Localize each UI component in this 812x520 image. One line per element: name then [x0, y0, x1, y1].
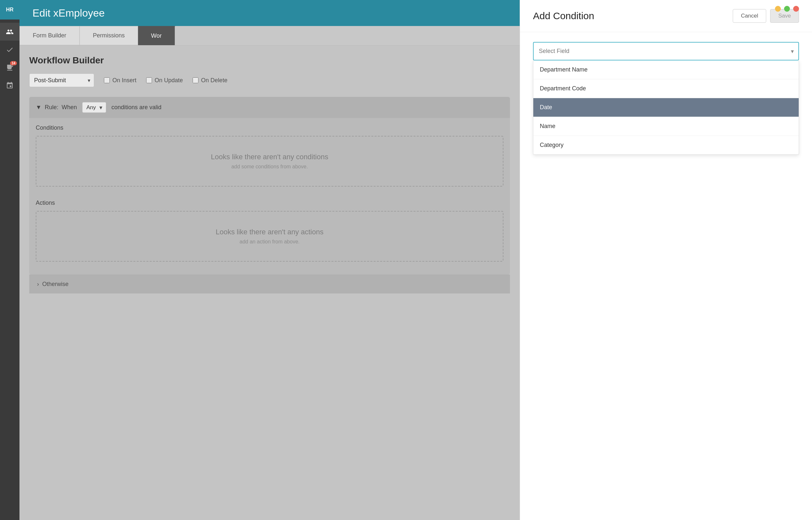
traffic-lights — [775, 6, 799, 12]
trigger-select[interactable]: Post-Submit — [29, 74, 94, 87]
people-icon — [6, 28, 13, 36]
sidebar-item-tasks[interactable] — [0, 41, 20, 58]
tab-form-builder[interactable]: Form Builder — [20, 26, 80, 45]
actions-section: Actions Looks like there aren't any acti… — [29, 200, 510, 275]
on-delete-label: On Delete — [201, 77, 227, 84]
on-insert-checkbox-group[interactable]: On Insert — [104, 77, 136, 84]
conditions-valid-label: conditions are valid — [111, 104, 162, 111]
conditions-empty-sub: add some conditions from above. — [43, 164, 496, 170]
conditions-empty-box: Looks like there aren't any conditions a… — [36, 136, 503, 186]
calendar-icon — [6, 82, 13, 89]
conditions-section: Conditions Looks like there aren't any c… — [29, 118, 510, 200]
on-insert-checkbox[interactable] — [104, 77, 110, 83]
dropdown-list: Department Name Department Code Date Nam… — [533, 60, 799, 155]
on-insert-label: On Insert — [112, 77, 136, 84]
panel-title: Add Condition — [533, 10, 594, 22]
condition-select[interactable]: Any All — [82, 102, 106, 113]
sidebar-item-calendar[interactable] — [0, 76, 20, 94]
dropdown-item-dept-name[interactable]: Department Name — [533, 60, 799, 79]
workflow-content: Workflow Builder Post-Submit ▾ On Insert… — [20, 46, 520, 520]
on-delete-checkbox-group[interactable]: On Delete — [193, 77, 227, 84]
actions-empty-title: Looks like there aren't any actions — [43, 228, 496, 236]
actions-empty-sub: add an action from above. — [43, 239, 496, 245]
page-title: Edit xEmployee — [32, 7, 105, 19]
cancel-button[interactable]: Cancel — [733, 9, 766, 23]
tab-workflow[interactable]: Wor — [138, 26, 175, 45]
rule-collapse-icon[interactable]: ▼ — [36, 104, 41, 111]
rule-label: Rule: — [45, 104, 58, 111]
conditions-empty-title: Looks like there aren't any conditions — [43, 153, 496, 161]
sidebar-item-people[interactable] — [0, 23, 20, 41]
sidebar-item-badge[interactable]: 14 — [0, 58, 20, 76]
sidebar: HR 14 — [0, 0, 20, 520]
actions-empty-box: Looks like there aren't any actions add … — [36, 211, 503, 262]
dropdown-item-name[interactable]: Name — [533, 117, 799, 136]
add-condition-panel: Add Condition Cancel Save ▾ Department N… — [520, 0, 812, 520]
select-field-input[interactable] — [533, 42, 799, 60]
app-logo[interactable]: HR — [0, 0, 20, 20]
trigger-row: Post-Submit ▾ On Insert On Update On Del… — [29, 74, 510, 87]
workflow-title: Workflow Builder — [29, 55, 510, 66]
panel-header: Add Condition Cancel Save — [520, 0, 812, 32]
field-select-container: ▾ — [533, 42, 799, 60]
dropdown-item-dept-code[interactable]: Department Code — [533, 79, 799, 98]
rule-when-label: When — [62, 104, 77, 111]
rule-header: ▼ Rule: When Any All ▾ conditions are va… — [29, 97, 510, 118]
dropdown-item-category[interactable]: Category — [533, 136, 799, 154]
otherwise-row[interactable]: › Otherwise — [29, 275, 510, 293]
on-update-checkbox-group[interactable]: On Update — [146, 77, 183, 84]
tab-permissions[interactable]: Permissions — [80, 26, 138, 45]
main-area: Edit xEmployee Form Builder Permissions … — [20, 0, 520, 520]
on-update-label: On Update — [155, 77, 183, 84]
close-button[interactable] — [793, 6, 799, 12]
tasks-icon — [6, 46, 13, 54]
maximize-button[interactable] — [784, 6, 790, 12]
minimize-button[interactable] — [775, 6, 781, 12]
conditions-label: Conditions — [36, 125, 503, 131]
panel-body: ▾ Department Name Department Code Date N… — [520, 32, 812, 520]
otherwise-label: Otherwise — [42, 281, 68, 288]
on-update-checkbox[interactable] — [146, 77, 152, 83]
rule-section: ▼ Rule: When Any All ▾ conditions are va… — [29, 97, 510, 275]
dropdown-item-date[interactable]: Date — [533, 98, 799, 117]
trigger-select-wrapper: Post-Submit ▾ — [29, 74, 94, 87]
badge-count: 14 — [10, 61, 17, 65]
on-delete-checkbox[interactable] — [193, 77, 198, 83]
condition-select-wrapper: Any All ▾ — [82, 102, 106, 113]
tabs-bar: Form Builder Permissions Wor — [20, 26, 520, 46]
title-bar: Edit xEmployee — [20, 0, 520, 26]
otherwise-chevron-icon: › — [37, 281, 39, 288]
actions-label: Actions — [36, 200, 503, 206]
